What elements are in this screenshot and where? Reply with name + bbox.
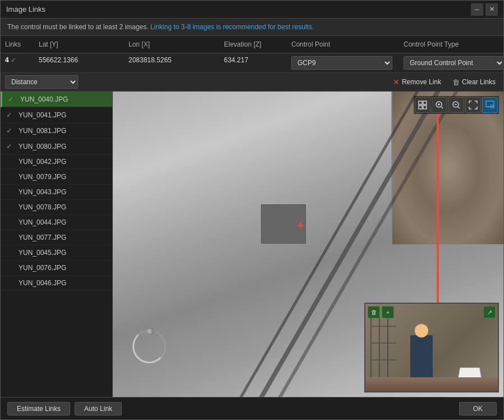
cell-cp: GCP9 (287, 53, 399, 72)
main-content: ✓YUN_0040.JPG✓YUN_0041.JPG✓YUN_0081.JPG✓… (1, 92, 503, 397)
thumbnail-ground (365, 377, 498, 391)
crosshair-marker: + (297, 218, 304, 233)
thumbnail-add-button[interactable]: + (382, 306, 394, 318)
image-list-item[interactable]: ✓YUN_0080.JPG (1, 139, 112, 154)
svg-rect-2 (419, 106, 422, 109)
move-handle[interactable]: ⊕ (124, 319, 131, 330)
clear-links-button[interactable]: 🗑 Clear Links (449, 77, 499, 88)
window-title: Image Links (6, 5, 471, 13)
control-point-dropdown[interactable]: GCP9 (291, 56, 392, 70)
image-list[interactable]: ✓YUN_0040.JPG✓YUN_0041.JPG✓YUN_0081.JPG✓… (1, 92, 113, 397)
rotate-dot (147, 329, 152, 334)
image-list-item[interactable]: YUN_0046.JPG (1, 276, 112, 291)
thumbnail-expand-button[interactable]: ↗ (483, 306, 496, 318)
cell-lon: 2083818.5265 (124, 53, 219, 72)
remove-link-button[interactable]: ✕ Remove Link (390, 76, 445, 88)
item-filename: YUN_0045.JPG (19, 249, 66, 257)
main-window: Image Links ─ ✕ The control must be link… (0, 0, 504, 420)
image-list-item[interactable]: YUN_0044.JPG (1, 215, 112, 230)
image-list-item[interactable]: ✓YUN_0081.JPG (1, 123, 112, 139)
item-check-icon: ✓ (8, 95, 16, 103)
thumbnail-person (410, 335, 433, 380)
cell-lat: 556622.1366 (34, 53, 124, 72)
svg-line-7 (441, 107, 443, 108)
titlebar-controls: ─ ✕ (471, 3, 498, 16)
col-lat: Lat [Y] (34, 38, 124, 51)
info-highlight: Linking to 3-8 images is recommended for… (150, 23, 314, 31)
sort-dropdown[interactable]: Distance Name Date (5, 75, 78, 89)
thumbnail-delete-button[interactable]: 🗑 (368, 306, 380, 318)
close-button[interactable]: ✕ (485, 3, 498, 16)
cell-links: 4 ✓ (1, 53, 34, 72)
item-filename: YUN_0077.JPG (19, 234, 66, 241)
info-bar: The control must be linked to at least 2… (1, 19, 503, 35)
remove-link-label: Remove Link (402, 78, 441, 86)
zoom-in-button[interactable] (432, 97, 447, 113)
grid-tool-button[interactable] (415, 97, 430, 113)
item-filename: YUN_0076.JPG (19, 264, 66, 272)
col-lon: Lon [X] (124, 38, 219, 51)
image-list-item[interactable]: YUN_0079.JPG (1, 170, 112, 185)
minimize-button[interactable]: ─ (471, 3, 483, 16)
rocky-area (391, 92, 503, 244)
item-check-icon: ✓ (6, 126, 14, 135)
item-filename: YUN_0040.JPG (20, 95, 68, 103)
image-viewer[interactable]: + ⊕ ⊹ (113, 92, 503, 397)
viewer-toolbar (414, 96, 499, 114)
image-list-item[interactable]: ✓YUN_0040.JPG (1, 92, 112, 107)
clear-links-label: Clear Links (462, 78, 496, 86)
col-cp: Control Point (287, 38, 399, 51)
cell-cpt: Ground Control Point (399, 53, 504, 72)
arrow-line (437, 103, 439, 316)
estimate-links-button[interactable]: Estimate Links (7, 402, 70, 416)
svg-rect-0 (419, 101, 422, 104)
auto-link-button[interactable]: Auto Link (75, 402, 122, 416)
item-filename: YUN_0041.JPG (19, 111, 66, 119)
item-filename: YUN_0080.JPG (19, 143, 66, 150)
zoom-out-button[interactable] (448, 97, 464, 113)
svg-rect-1 (423, 101, 427, 104)
item-filename: YUN_0046.JPG (19, 279, 66, 287)
col-cpt: Control Point Type (399, 38, 504, 51)
ok-button[interactable]: OK (459, 402, 497, 416)
red-arrow (431, 103, 445, 327)
svg-line-10 (458, 107, 460, 108)
col-elev: Elevation [Z] (219, 38, 287, 51)
info-text: The control must be linked to at least 2… (7, 23, 150, 31)
image-list-item[interactable]: YUN_0077.JPG (1, 230, 112, 245)
footer: Estimate Links Auto Link OK (1, 397, 503, 419)
image-list-item[interactable]: YUN_0043.JPG (1, 185, 112, 200)
toolbar-row: Distance Name Date ✕ Remove Link 🗑 Clear… (1, 73, 503, 92)
table-header: Links Lat [Y] Lon [X] Elevation [Z] Cont… (1, 35, 503, 53)
trash-icon: 🗑 (452, 78, 460, 86)
image-list-item[interactable]: ✓YUN_0041.JPG (1, 107, 112, 123)
thumbnail-button[interactable] (482, 97, 498, 113)
remove-link-icon: ✕ (393, 77, 400, 86)
links-count: 4 (5, 56, 9, 64)
item-check-icon: ✓ (6, 142, 14, 150)
svg-rect-12 (491, 105, 494, 108)
col-links: Links (1, 38, 34, 51)
image-list-item[interactable]: YUN_0045.JPG (1, 245, 112, 261)
item-filename: YUN_0078.JPG (19, 203, 66, 211)
item-check-icon: ✓ (6, 111, 14, 119)
image-list-item[interactable]: YUN_0042.JPG (1, 154, 112, 170)
item-filename: YUN_0044.JPG (19, 218, 66, 226)
item-filename: YUN_0079.JPG (19, 173, 66, 181)
cell-elevation: 634.217 (219, 53, 287, 72)
fit-button[interactable] (465, 97, 481, 113)
thumbnail-view: 🗑 + ↗ (364, 303, 499, 392)
rotate-handle[interactable] (132, 330, 166, 363)
thumbnail-toolbar: 🗑 + (368, 306, 394, 318)
footer-left: Estimate Links Auto Link (7, 402, 122, 416)
item-filename: YUN_0043.JPG (19, 188, 66, 196)
svg-rect-3 (423, 106, 427, 109)
item-filename: YUN_0042.JPG (19, 158, 66, 166)
image-list-item[interactable]: YUN_0078.JPG (1, 200, 112, 215)
item-filename: YUN_0081.JPG (19, 127, 66, 135)
row-check: ✓ (11, 56, 16, 64)
table-data-row: 4 ✓ 556622.1366 2083818.5265 634.217 GCP… (1, 53, 503, 73)
control-point-type-dropdown[interactable]: Ground Control Point (404, 56, 504, 70)
titlebar: Image Links ─ ✕ (1, 1, 503, 19)
image-list-item[interactable]: YUN_0076.JPG (1, 261, 112, 276)
